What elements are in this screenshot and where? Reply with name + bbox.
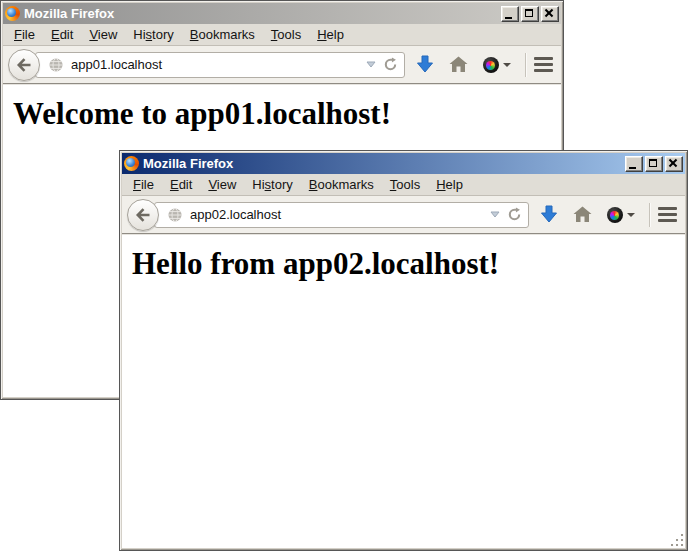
menu-label: F [14, 27, 22, 42]
menu-label: tory [152, 27, 174, 42]
menu-label: H [317, 27, 326, 42]
download-arrow-icon [540, 205, 558, 224]
download-button[interactable] [540, 205, 558, 224]
menu-label: V [208, 177, 216, 192]
menu-bar: File Edit View History Bookmarks Tools H… [3, 24, 561, 46]
menu-label: V [89, 27, 97, 42]
menu-label: iew [98, 27, 118, 42]
close-icon [669, 159, 677, 167]
url-bar[interactable]: app02.localhost [154, 202, 529, 228]
titlebar[interactable]: Mozilla Firefox [3, 3, 561, 24]
download-arrow-icon [416, 55, 434, 74]
back-button[interactable] [8, 49, 40, 81]
page-content: Hello from app02.localhost! [122, 234, 685, 548]
maximize-icon [525, 9, 533, 17]
window-title: Mozilla Firefox [143, 156, 621, 171]
resize-grip-icon[interactable] [671, 534, 684, 547]
home-icon [449, 56, 468, 73]
toolbar-separator [525, 53, 526, 77]
firefox-icon [5, 6, 20, 21]
home-button[interactable] [449, 56, 468, 73]
reload-icon[interactable] [383, 57, 398, 72]
window-controls [501, 6, 559, 22]
menu-bookmarks[interactable]: Bookmarks [182, 25, 263, 45]
chevron-down-icon [503, 63, 511, 67]
menu-label: ools [396, 177, 420, 192]
menu-history[interactable]: History [125, 25, 181, 45]
titlebar[interactable]: Mozilla Firefox [122, 153, 685, 174]
menu-view[interactable]: View [200, 175, 244, 195]
menu-label: dit [179, 177, 193, 192]
hamburger-icon [658, 205, 677, 224]
menu-label: elp [327, 27, 344, 42]
back-arrow-icon [135, 207, 152, 223]
menu-label: E [51, 27, 60, 42]
menu-label: F [133, 177, 141, 192]
menu-label: ookmarks [198, 27, 254, 42]
menu-label: iew [217, 177, 237, 192]
maximize-button[interactable] [645, 156, 663, 172]
home-icon [573, 206, 592, 223]
menu-file[interactable]: File [125, 175, 162, 195]
navigation-toolbar: app02.localhost [122, 196, 685, 234]
menu-help[interactable]: Help [428, 175, 471, 195]
navigation-toolbar: app01.localhost [3, 46, 561, 84]
firefox-icon [124, 156, 139, 171]
download-button[interactable] [416, 55, 434, 74]
app-menu-button[interactable] [534, 55, 553, 74]
menu-label: ile [141, 177, 154, 192]
menu-label: tory [271, 177, 293, 192]
page-heading: Welcome to app01.localhost! [13, 96, 561, 132]
extension-button[interactable] [483, 57, 511, 73]
menu-label: ools [277, 27, 301, 42]
globe-icon [48, 57, 64, 73]
chevron-down-icon [627, 213, 635, 217]
window-controls [625, 156, 683, 172]
menu-tools[interactable]: Tools [382, 175, 428, 195]
reload-icon[interactable] [507, 207, 522, 222]
menu-bar: File Edit View History Bookmarks Tools H… [122, 174, 685, 196]
menu-label: dit [60, 27, 74, 42]
close-button[interactable] [541, 6, 559, 22]
menu-file[interactable]: File [6, 25, 43, 45]
url-bar[interactable]: app01.localhost [35, 52, 405, 78]
url-text[interactable]: app01.localhost [71, 57, 359, 72]
close-icon [545, 9, 553, 17]
back-button[interactable] [127, 199, 159, 231]
back-arrow-icon [16, 57, 33, 73]
color-wheel-icon [607, 207, 623, 223]
hamburger-icon [534, 55, 553, 74]
menu-label: ookmarks [317, 177, 373, 192]
page-heading: Hello from app02.localhost! [132, 246, 685, 282]
menu-view[interactable]: View [81, 25, 125, 45]
extension-button[interactable] [607, 207, 635, 223]
menu-label: E [170, 177, 179, 192]
menu-edit[interactable]: Edit [43, 25, 81, 45]
menu-label: Hi [252, 177, 264, 192]
home-button[interactable] [573, 206, 592, 223]
maximize-button[interactable] [521, 6, 539, 22]
menu-label: elp [446, 177, 463, 192]
app-menu-button[interactable] [658, 205, 677, 224]
chevron-down-icon[interactable] [366, 61, 376, 68]
menu-label: Hi [133, 27, 145, 42]
minimize-icon [629, 167, 636, 169]
chevron-down-icon[interactable] [490, 211, 500, 218]
maximize-icon [649, 159, 657, 167]
minimize-button[interactable] [625, 156, 643, 172]
close-button[interactable] [665, 156, 683, 172]
globe-icon [167, 207, 183, 223]
menu-label: H [436, 177, 445, 192]
menu-bookmarks[interactable]: Bookmarks [301, 175, 382, 195]
window-title: Mozilla Firefox [24, 6, 497, 21]
menu-tools[interactable]: Tools [263, 25, 309, 45]
minimize-icon [505, 17, 512, 19]
firefox-window-app02[interactable]: Mozilla Firefox File Edit View History B… [119, 150, 688, 551]
url-text[interactable]: app02.localhost [190, 207, 483, 222]
color-wheel-icon [483, 57, 499, 73]
menu-help[interactable]: Help [309, 25, 352, 45]
minimize-button[interactable] [501, 6, 519, 22]
menu-history[interactable]: History [244, 175, 300, 195]
menu-edit[interactable]: Edit [162, 175, 200, 195]
menu-label: ile [22, 27, 35, 42]
